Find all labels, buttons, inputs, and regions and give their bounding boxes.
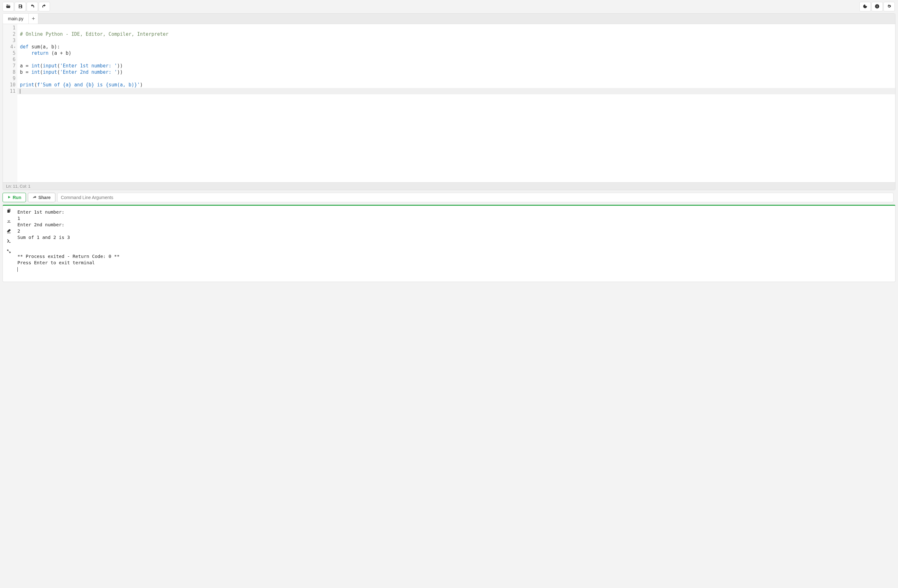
- info-icon: [875, 4, 880, 10]
- code-line[interactable]: def sum(a, b):: [20, 44, 893, 50]
- line-number: 10: [3, 82, 15, 88]
- code-line[interactable]: a = int(input('Enter 1st number: ')): [20, 63, 893, 69]
- line-number: 11: [3, 88, 15, 94]
- code-line[interactable]: # Online Python - IDE, Editor, Compiler,…: [20, 31, 893, 37]
- code-editor[interactable]: 1234567891011 # Online Python - IDE, Edi…: [3, 24, 895, 182]
- download-icon: [6, 219, 11, 225]
- settings-button[interactable]: [883, 2, 895, 11]
- expand-icon: [6, 249, 11, 255]
- line-number: 1: [3, 25, 15, 31]
- code-line[interactable]: [20, 75, 893, 82]
- terminal-icon: [6, 239, 11, 245]
- open-folder-icon: [6, 4, 11, 10]
- line-number: 5: [3, 50, 15, 56]
- code-area[interactable]: # Online Python - IDE, Editor, Compiler,…: [17, 24, 895, 182]
- open-button[interactable]: [3, 2, 14, 11]
- code-line[interactable]: [20, 25, 893, 31]
- clear-button[interactable]: [6, 228, 12, 234]
- line-number: 7: [3, 63, 15, 69]
- expand-button[interactable]: [6, 249, 12, 254]
- svg-rect-2: [877, 5, 877, 5]
- eraser-icon: [6, 228, 11, 234]
- play-icon: [7, 195, 11, 200]
- cli-args-input[interactable]: [57, 193, 893, 202]
- line-number: 9: [3, 75, 15, 82]
- dark-mode-button[interactable]: [860, 2, 871, 11]
- main-toolbar: [0, 0, 898, 13]
- copy-button[interactable]: [6, 208, 12, 214]
- terminal-output[interactable]: Enter 1st number: 1 Enter 2nd number: 2 …: [15, 206, 895, 282]
- line-number: 3: [3, 37, 15, 44]
- terminal-sidebar: [3, 206, 15, 282]
- run-label: Run: [13, 195, 21, 200]
- add-tab-button[interactable]: +: [29, 14, 38, 24]
- tab-main-py[interactable]: main.py: [3, 14, 29, 24]
- code-line[interactable]: [20, 88, 893, 94]
- download-button[interactable]: [6, 219, 12, 224]
- line-number: 2: [3, 31, 15, 37]
- redo-icon: [42, 4, 47, 10]
- run-bar: Run Share: [0, 190, 898, 205]
- editor-panel: main.py + 1234567891011 # Online Python …: [3, 13, 895, 190]
- shell-button[interactable]: [6, 239, 12, 244]
- code-line[interactable]: [20, 56, 893, 63]
- info-button[interactable]: [872, 2, 883, 11]
- redo-button[interactable]: [38, 2, 50, 11]
- line-number: 6: [3, 56, 15, 63]
- svg-rect-1: [877, 6, 877, 7]
- code-line[interactable]: b = int(input('Enter 2nd number: ')): [20, 69, 893, 75]
- share-icon: [32, 195, 37, 200]
- code-line[interactable]: return (a + b): [20, 50, 893, 56]
- share-button[interactable]: Share: [28, 193, 55, 202]
- gears-icon: [887, 4, 892, 10]
- moon-icon: [863, 4, 867, 10]
- undo-icon: [30, 4, 35, 10]
- tab-bar: main.py +: [3, 14, 895, 24]
- run-button[interactable]: Run: [3, 193, 26, 202]
- code-line[interactable]: print(f'Sum of {a} and {b} is {sum(a, b)…: [20, 82, 893, 88]
- gutter: 1234567891011: [3, 24, 17, 182]
- line-number: 8: [3, 69, 15, 75]
- undo-button[interactable]: [26, 2, 38, 11]
- copy-icon: [6, 208, 11, 214]
- code-line[interactable]: [20, 37, 893, 44]
- share-label: Share: [38, 195, 51, 200]
- save-icon: [18, 4, 23, 10]
- status-bar: Ln: 11, Col: 1: [3, 182, 895, 190]
- terminal-panel: Enter 1st number: 1 Enter 2nd number: 2 …: [3, 205, 895, 282]
- save-button[interactable]: [15, 2, 26, 11]
- line-number: 4: [3, 44, 15, 50]
